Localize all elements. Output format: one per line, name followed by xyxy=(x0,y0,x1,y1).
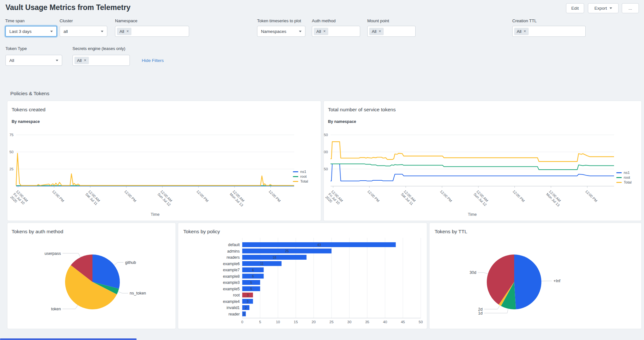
tokens-created-chart[interactable]: 25507512:00 AMFri Jul 10202012:00 PM12:0… xyxy=(7,129,321,213)
svg-text:12:00 PM: 12:00 PM xyxy=(512,189,525,203)
svg-text:12:00 AMMon Jul 13: 12:00 AMMon Jul 13 xyxy=(545,189,563,207)
legend-item: ns1 xyxy=(293,170,308,174)
panel-total-service-tokens: Total number of service tokens By namesp… xyxy=(323,101,642,221)
tokens-by-auth-method-chart[interactable]: githubns_tokentokenuserpass xyxy=(7,230,175,330)
svg-text:12:00 PM: 12:00 PM xyxy=(52,189,65,203)
tokens-by-ttl-chart[interactable]: +Inf1d2d30d xyxy=(429,230,641,330)
svg-text:25: 25 xyxy=(285,249,289,253)
svg-text:default: default xyxy=(228,243,240,247)
remove-tag-icon[interactable]: × xyxy=(379,29,381,34)
edit-button[interactable]: Edit xyxy=(566,3,584,13)
tag-label: All xyxy=(77,58,82,63)
more-actions-icon: ... xyxy=(629,6,632,11)
token-timeseries-value: Namespaces xyxy=(257,29,299,34)
svg-text:12:00 AMMon Jul 13: 12:00 AMMon Jul 13 xyxy=(229,189,247,207)
chevron-down-icon xyxy=(299,31,302,32)
legend-swatch xyxy=(293,171,298,172)
legend-swatch xyxy=(293,181,298,182)
remove-tag-icon[interactable]: × xyxy=(323,29,325,34)
legend-item: Total xyxy=(616,180,631,184)
svg-text:admins: admins xyxy=(227,249,240,254)
creation-ttl-tag: All × xyxy=(514,28,529,35)
svg-text:1: 1 xyxy=(243,312,245,316)
export-button-label: Export xyxy=(594,6,607,11)
svg-text:5: 5 xyxy=(259,320,261,324)
legend-label: Total xyxy=(624,180,631,184)
remove-tag-icon[interactable]: × xyxy=(84,58,86,63)
svg-text:2d: 2d xyxy=(478,307,483,312)
legend-label: ns1 xyxy=(300,170,306,174)
svg-text:30d: 30d xyxy=(470,270,476,275)
svg-text:100: 100 xyxy=(324,150,328,154)
filter-label-secrets-engine: Secrets engine (leases only) xyxy=(72,46,125,51)
more-actions-button[interactable]: ... xyxy=(622,3,639,13)
chevron-down-icon xyxy=(610,7,612,9)
svg-text:github: github xyxy=(125,260,136,265)
svg-text:example6: example6 xyxy=(223,262,240,266)
x-axis-label: Time xyxy=(331,212,614,217)
svg-text:12:00 PM: 12:00 PM xyxy=(196,189,209,203)
tokens-by-policy-chart[interactable]: 05101520253035404550default43admins25rea… xyxy=(178,236,427,330)
time-span-select[interactable]: Last 3 days xyxy=(5,26,57,37)
panel-subtitle: By namespace xyxy=(328,119,356,124)
legend-swatch xyxy=(616,172,622,173)
svg-text:43: 43 xyxy=(317,243,321,247)
remove-tag-icon[interactable]: × xyxy=(126,29,129,34)
filter-label-auth-method: Auth method xyxy=(312,18,336,23)
token-type-select[interactable]: All xyxy=(5,55,62,66)
legend-label: root xyxy=(624,175,630,179)
legend-item: Total xyxy=(293,179,308,183)
svg-text:reader: reader xyxy=(228,312,240,316)
namespace-tag: All × xyxy=(117,28,131,35)
svg-text:5: 5 xyxy=(250,287,252,291)
svg-text:userpass: userpass xyxy=(44,251,61,256)
mount-point-multiselect[interactable]: All × xyxy=(367,26,416,37)
panel-title: Total number of service tokens xyxy=(328,107,396,113)
export-button[interactable]: Export xyxy=(588,3,619,13)
legend-label: Total xyxy=(300,179,308,183)
filter-label-token-type: Token Type xyxy=(5,46,27,51)
total-service-tokens-chart[interactable]: 5010015012:00 AMFri Jul 10202012:00 PM12… xyxy=(324,129,641,213)
chevron-down-icon xyxy=(50,31,53,32)
legend-swatch xyxy=(293,176,298,177)
namespace-multiselect[interactable]: All × xyxy=(115,26,189,37)
svg-text:12:00 PM: 12:00 PM xyxy=(367,189,380,203)
auth-method-tag: All × xyxy=(314,28,328,35)
panel-tokens-created: Tokens created By namespace 25507512:00 … xyxy=(7,101,321,221)
svg-text:12:00 PM: 12:00 PM xyxy=(585,189,598,203)
legend-item: root xyxy=(616,175,631,179)
remove-tag-icon[interactable]: × xyxy=(524,29,526,34)
svg-text:25: 25 xyxy=(9,167,14,171)
svg-text:25: 25 xyxy=(330,320,334,324)
svg-text:0: 0 xyxy=(241,320,243,324)
svg-text:2: 2 xyxy=(245,306,247,310)
svg-text:12:00 AMSat Jul 11: 12:00 AMSat Jul 11 xyxy=(85,189,101,206)
tag-label: All xyxy=(372,29,376,34)
svg-text:20: 20 xyxy=(312,320,316,324)
svg-text:75: 75 xyxy=(9,133,14,137)
token-type-value: All xyxy=(6,58,56,63)
svg-text:12:00 PM: 12:00 PM xyxy=(124,189,137,203)
filter-label-time-span: Time span xyxy=(5,18,24,23)
legend-item: ns1 xyxy=(616,171,631,175)
svg-text:example4: example4 xyxy=(223,299,240,304)
cluster-select[interactable]: all xyxy=(60,26,107,37)
horizontal-scrollbar-thumb[interactable] xyxy=(0,338,137,340)
edit-button-label: Edit xyxy=(571,6,579,11)
svg-text:5: 5 xyxy=(250,281,252,285)
hide-filters-link[interactable]: Hide Filters xyxy=(142,58,164,63)
time-span-value: Last 3 days xyxy=(6,29,50,34)
filter-label-creation-ttl: Creation TTL xyxy=(512,18,537,23)
creation-ttl-multiselect[interactable]: All × xyxy=(512,26,586,37)
token-timeseries-select[interactable]: Namespaces xyxy=(257,26,305,37)
legend-item: root xyxy=(293,175,308,178)
legend-label: root xyxy=(300,175,307,178)
legend-swatch xyxy=(616,182,622,183)
svg-text:50: 50 xyxy=(324,167,328,171)
filter-label-namespace: Namespace xyxy=(115,18,137,23)
secrets-engine-multiselect[interactable]: All × xyxy=(72,55,130,66)
svg-text:ns_token: ns_token xyxy=(130,291,146,295)
auth-method-multiselect[interactable]: All × xyxy=(312,26,360,37)
svg-text:example3: example3 xyxy=(223,280,240,285)
svg-text:40: 40 xyxy=(383,320,387,324)
